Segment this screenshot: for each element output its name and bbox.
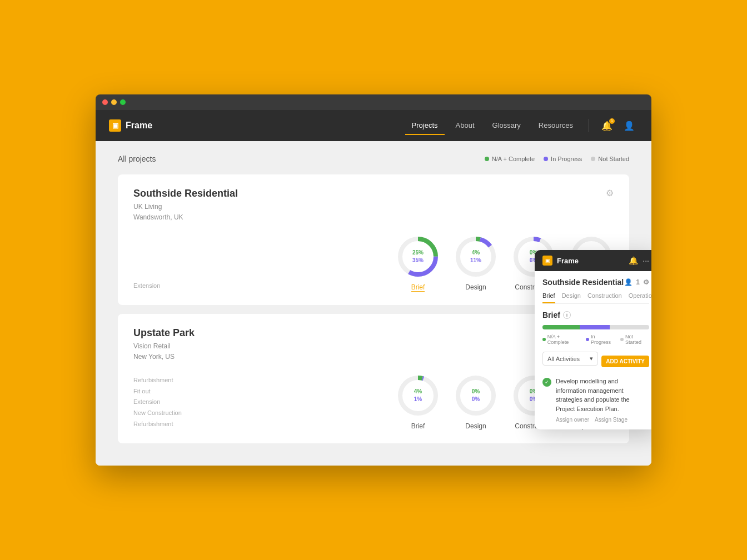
panel-header-icons: 🔔 ···: [629, 256, 649, 265]
project-name-1: Southside Residential: [133, 188, 238, 199]
chart-design-1: 4% 11% Design: [454, 234, 498, 292]
project-meta-2: Vision Retail New York, US: [133, 341, 195, 362]
panel-tab-construction[interactable]: Construction: [587, 292, 622, 303]
project-gear-1[interactable]: ⚙: [606, 188, 614, 198]
panel-bell-icon[interactable]: 🔔: [629, 256, 638, 265]
panel-body: Southside Residential 👤 1 ⚙ Brief Design…: [535, 271, 651, 429]
project-tag-1: Extension: [133, 281, 233, 292]
project-tags-1: Extension: [133, 281, 233, 292]
panel-controls: All Activities ▾ ADD ACTIVITY: [542, 352, 649, 371]
panel-legend-complete-label: N/A + Complete: [547, 334, 581, 345]
assign-owner-link[interactable]: Assign owner: [556, 417, 589, 423]
nav-glossary[interactable]: Glossary: [486, 117, 527, 135]
panel-legend-progress: In Progress: [586, 334, 615, 345]
panel-section-title: Brief i: [542, 311, 649, 319]
panel-legend-notstarted: Not Started: [620, 334, 649, 345]
project-tag-2d: New Construction: [133, 408, 233, 419]
nav-projects[interactable]: Projects: [405, 117, 445, 135]
panel-legend: N/A + Complete In Progress Not Started: [542, 334, 649, 345]
activity-check-icon: ✓: [542, 378, 551, 387]
nav-logo: ▣ Frame: [109, 119, 152, 132]
panel-tab-operation[interactable]: Operation: [629, 292, 651, 303]
brief-label-1[interactable]: Brief: [411, 283, 425, 292]
legend-notstarted: Not Started: [591, 156, 629, 162]
panel-header: ▣ Frame 🔔 ···: [535, 250, 651, 271]
panel-project-name: Southside Residential 👤 1 ⚙: [542, 278, 649, 287]
project-location-1: Wandsworth, UK: [133, 212, 238, 223]
legend-complete: N/A + Complete: [485, 156, 535, 162]
legend-progress: In Progress: [544, 156, 582, 162]
side-panel: ▣ Frame 🔔 ··· Southside Residential 👤 1 …: [535, 250, 651, 429]
donut-brief-2: 4% 1%: [396, 373, 440, 418]
design-2-purple: 0%: [472, 396, 480, 403]
legend-label-complete: N/A + Complete: [492, 156, 535, 162]
project-client-1: UK Living: [133, 202, 238, 212]
donut-center-design-1: 4% 11%: [470, 249, 481, 264]
project-header-1: Southside Residential UK Living Wandswor…: [133, 188, 614, 223]
nav-divider: [589, 119, 589, 132]
donut-center-design-2: 0% 0%: [472, 388, 480, 403]
brief-2-green: 4%: [414, 388, 422, 396]
progress-bar: [542, 325, 649, 329]
notification-icon[interactable]: 🔔 1: [598, 117, 616, 134]
panel-logo-icon: ▣: [542, 256, 552, 266]
legend: N/A + Complete In Progress Not Started: [485, 156, 629, 162]
brief-1-purple: 35%: [412, 257, 424, 264]
info-icon: i: [563, 311, 571, 319]
design-label-1[interactable]: Design: [465, 283, 486, 291]
browser-dot-red[interactable]: [102, 99, 108, 105]
project-location-2: New York, US: [133, 352, 195, 362]
project-tag-2e: Refurbishment: [133, 419, 233, 430]
activity-text: Develop modelling and information manage…: [556, 377, 649, 413]
project-client-2: Vision Retail: [133, 341, 195, 352]
team-count: 1: [636, 278, 640, 286]
browser-dot-yellow[interactable]: [111, 99, 117, 105]
project-name-2: Upstate Park: [133, 327, 195, 339]
section-title-text: Brief: [542, 311, 560, 319]
activity-content: Develop modelling and information manage…: [556, 377, 649, 423]
team-icon: 👤: [624, 278, 633, 286]
donut-design-2: 0% 0%: [454, 373, 498, 418]
pb-gray: [610, 325, 649, 329]
legend-dot-complete: [485, 157, 489, 161]
design-1-purple: 11%: [470, 257, 481, 264]
browser-dot-green[interactable]: [120, 99, 126, 105]
dropdown-label: All Activities: [547, 356, 580, 362]
user-icon[interactable]: 👤: [620, 117, 638, 134]
panel-more-icon[interactable]: ···: [643, 256, 649, 265]
page-header: All projects N/A + Complete In Progress …: [118, 154, 629, 163]
pb-purple: [580, 325, 610, 329]
donut-center-brief-2: 4% 1%: [414, 388, 422, 403]
design-1-green: 4%: [470, 249, 481, 257]
panel-tab-design[interactable]: Design: [562, 292, 581, 303]
assign-stage-link[interactable]: Assign Stage: [595, 417, 628, 423]
activities-dropdown[interactable]: All Activities ▾: [542, 352, 598, 366]
brief-label-2[interactable]: Brief: [411, 422, 425, 430]
project-tag-2b: Fit out: [133, 386, 233, 397]
project-tag-2c: Extension: [133, 397, 233, 408]
panel-legend-progress-label: In Progress: [591, 334, 615, 345]
panel-dot-complete: [542, 338, 546, 341]
panel-title: Frame: [557, 257, 579, 265]
nav-resources[interactable]: Resources: [532, 117, 580, 135]
panel-dot-progress: [586, 338, 589, 341]
navbar: ▣ Frame Projects About Glossary Resource…: [96, 110, 651, 141]
chart-brief-2: 4% 1% Brief: [396, 373, 440, 430]
legend-dot-progress: [544, 157, 548, 161]
panel-legend-complete: N/A + Complete: [542, 334, 580, 345]
brief-2-purple: 1%: [414, 396, 422, 403]
panel-project-icons: 👤 1 ⚙: [624, 278, 649, 286]
nav-about[interactable]: About: [449, 117, 481, 135]
page-title: All projects: [118, 154, 156, 163]
design-2-green: 0%: [472, 388, 480, 396]
add-activity-button[interactable]: ADD ACTIVITY: [601, 356, 649, 367]
project-meta-1: UK Living Wandsworth, UK: [133, 202, 238, 223]
panel-tab-brief[interactable]: Brief: [542, 292, 555, 303]
panel-settings-icon[interactable]: ⚙: [643, 278, 649, 286]
donut-brief-1: 25% 35%: [396, 234, 440, 279]
logo-icon: ▣: [109, 119, 121, 132]
chart-design-2: 0% 0% Design: [454, 373, 498, 430]
notification-badge: 1: [609, 118, 615, 124]
design-label-2[interactable]: Design: [465, 422, 486, 430]
project-tags-2: Refurbishment Fit out Extension New Cons…: [133, 375, 233, 430]
